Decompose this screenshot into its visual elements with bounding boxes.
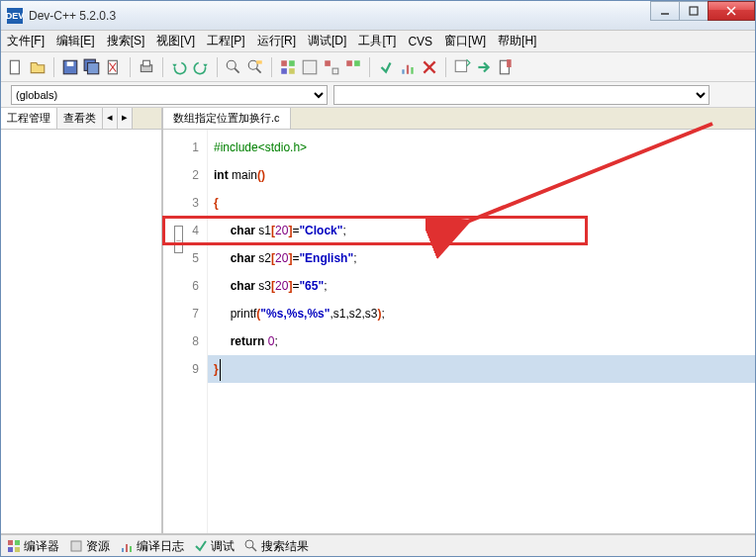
- scope-bar: (globals): [1, 82, 755, 108]
- menu-project[interactable]: 工程[P]: [207, 33, 245, 49]
- replace-icon[interactable]: [246, 58, 264, 76]
- svg-point-14: [227, 60, 236, 69]
- svg-rect-35: [507, 59, 512, 67]
- code-lines[interactable]: #include<stdio.h>int main(){ char s1[20]…: [208, 130, 755, 533]
- maximize-button[interactable]: [679, 1, 709, 21]
- tab-project-mgmt[interactable]: 工程管理: [1, 108, 57, 129]
- svg-rect-13: [143, 60, 150, 66]
- new-file-icon[interactable]: [7, 58, 25, 76]
- svg-rect-1: [690, 7, 698, 15]
- code-editor[interactable]: 123−456789 #include<stdio.h>int main(){ …: [163, 130, 755, 533]
- svg-line-15: [235, 68, 239, 73]
- profile-icon[interactable]: [399, 58, 417, 76]
- goto-icon[interactable]: [475, 58, 493, 76]
- svg-rect-30: [411, 67, 413, 74]
- menubar: 文件[F] 编辑[E] 搜索[S] 视图[V] 工程[P] 运行[R] 调试[D…: [1, 31, 755, 52]
- print-icon[interactable]: [138, 58, 155, 76]
- menu-view[interactable]: 视图[V]: [156, 33, 195, 49]
- code-line[interactable]: char s1[20]="Clock";: [214, 217, 755, 244]
- menu-run[interactable]: 运行[R]: [257, 33, 296, 49]
- chart-icon: [120, 539, 134, 553]
- code-line[interactable]: }: [214, 355, 755, 383]
- svg-rect-8: [88, 62, 99, 73]
- tab-search-results[interactable]: 搜索结果: [244, 538, 309, 555]
- svg-rect-24: [325, 60, 331, 66]
- tab-compiler[interactable]: 编译器: [7, 538, 59, 555]
- project-tree[interactable]: [1, 130, 161, 533]
- check-icon: [194, 539, 208, 553]
- tab-debug[interactable]: 调试: [194, 538, 235, 555]
- menu-search[interactable]: 搜索[S]: [107, 33, 145, 49]
- undo-icon[interactable]: [170, 58, 188, 76]
- compile-icon[interactable]: [279, 58, 297, 76]
- code-line[interactable]: {: [214, 189, 755, 217]
- redo-icon[interactable]: [192, 58, 210, 76]
- tab-scroll-left[interactable]: ◂: [103, 108, 118, 129]
- rebuild-icon[interactable]: [344, 58, 362, 76]
- close-file-icon[interactable]: [105, 58, 123, 76]
- toolbar: [1, 52, 755, 82]
- line-gutter: 123−456789: [163, 130, 208, 533]
- left-panel: 工程管理 查看类 ◂ ▸: [1, 108, 163, 533]
- save-all-icon[interactable]: [83, 58, 101, 76]
- menu-tools[interactable]: 工具[T]: [358, 33, 396, 49]
- tab-view-class[interactable]: 查看类: [57, 108, 103, 129]
- code-line[interactable]: char s2[20]="English";: [214, 244, 755, 272]
- svg-rect-27: [354, 60, 360, 66]
- titlebar: DEV Dev-C++ 5.2.0.3: [1, 1, 755, 31]
- menu-debug[interactable]: 调试[D]: [308, 33, 346, 49]
- svg-rect-33: [455, 60, 466, 71]
- debug-icon[interactable]: [377, 58, 395, 76]
- open-file-icon[interactable]: [29, 58, 47, 76]
- search-icon: [244, 539, 258, 553]
- menu-cvs[interactable]: CVS: [408, 35, 432, 48]
- menu-edit[interactable]: 编辑[E]: [56, 33, 95, 49]
- svg-point-45: [245, 540, 253, 548]
- menu-window[interactable]: 窗口[W]: [444, 33, 486, 49]
- globals-combo[interactable]: (globals): [11, 85, 328, 105]
- svg-rect-41: [71, 541, 81, 551]
- delete-icon[interactable]: [421, 58, 438, 76]
- bottom-tabs: 编译器 资源 编译日志 调试 搜索结果: [1, 533, 755, 557]
- code-line[interactable]: return 0;: [214, 327, 755, 355]
- tab-resources[interactable]: 资源: [69, 538, 110, 555]
- menu-help[interactable]: 帮助[H]: [498, 33, 536, 49]
- svg-rect-38: [15, 540, 20, 545]
- code-line[interactable]: #include<stdio.h>: [214, 134, 755, 161]
- svg-rect-44: [130, 546, 132, 552]
- svg-rect-39: [8, 547, 13, 552]
- resource-icon: [69, 539, 83, 553]
- svg-rect-19: [281, 60, 287, 66]
- close-button[interactable]: [708, 1, 755, 21]
- code-line[interactable]: printf("%s,%s,%s",s1,s2,s3);: [214, 300, 755, 327]
- svg-rect-21: [281, 68, 287, 74]
- svg-rect-29: [407, 64, 409, 73]
- svg-rect-42: [122, 548, 124, 552]
- find-icon[interactable]: [225, 58, 242, 76]
- svg-rect-43: [126, 544, 128, 552]
- svg-rect-6: [67, 61, 74, 66]
- code-line[interactable]: int main(): [214, 161, 755, 189]
- minimize-button[interactable]: [650, 1, 680, 21]
- bookmark-icon[interactable]: [497, 58, 515, 76]
- tab-scroll-right[interactable]: ▸: [118, 108, 133, 129]
- svg-point-16: [248, 60, 257, 69]
- svg-rect-20: [289, 60, 295, 66]
- compile-run-icon[interactable]: [323, 58, 340, 76]
- svg-rect-28: [402, 69, 404, 74]
- save-icon[interactable]: [61, 58, 79, 76]
- menu-file[interactable]: 文件[F]: [7, 33, 45, 49]
- svg-rect-22: [289, 68, 295, 74]
- new-window-icon[interactable]: [453, 58, 471, 76]
- main-area: 工程管理 查看类 ◂ ▸ 数组指定位置加换行.c 123−456789 #inc…: [1, 108, 755, 533]
- file-tab[interactable]: 数组指定位置加换行.c: [163, 108, 291, 129]
- svg-rect-40: [15, 547, 20, 552]
- members-combo[interactable]: [333, 85, 709, 105]
- code-line[interactable]: char s3[20]="65";: [214, 272, 755, 300]
- run-icon[interactable]: [301, 58, 319, 76]
- svg-rect-25: [332, 68, 338, 74]
- grid-icon: [7, 539, 21, 553]
- svg-rect-37: [8, 540, 13, 545]
- app-icon: DEV: [7, 8, 23, 24]
- tab-compile-log[interactable]: 编译日志: [120, 538, 184, 555]
